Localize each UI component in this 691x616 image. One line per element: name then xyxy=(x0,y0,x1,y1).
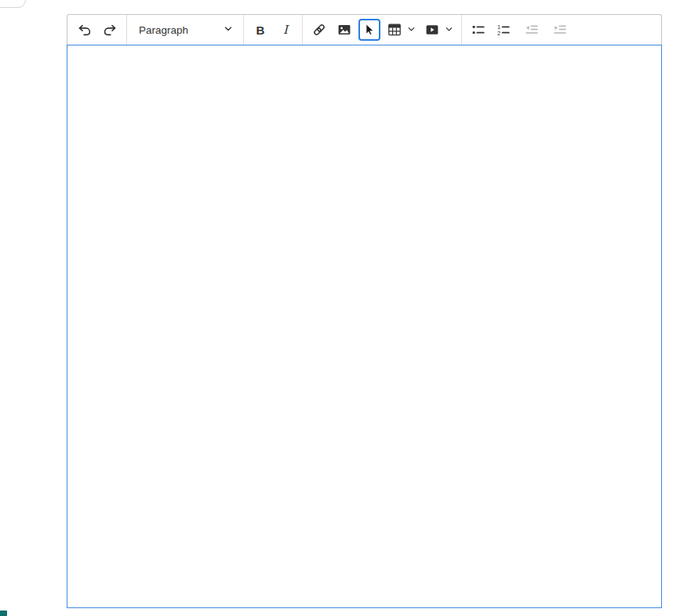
undo-button[interactable] xyxy=(74,19,96,41)
corner-accent xyxy=(0,611,7,616)
toolbar-separator xyxy=(302,15,303,45)
chevron-down-icon xyxy=(445,24,453,36)
table-dropdown-chevron[interactable] xyxy=(406,19,416,41)
heading-dropdown[interactable]: Paragraph xyxy=(133,19,238,41)
heading-dropdown-value: Paragraph xyxy=(139,24,188,36)
italic-label: I xyxy=(283,23,288,37)
undo-arrow-icon xyxy=(77,22,93,38)
insert-table-button[interactable] xyxy=(384,19,406,41)
selected-toolbar-button[interactable] xyxy=(358,19,380,41)
bold-button[interactable]: B xyxy=(249,19,271,41)
numbered-list-icon: 1 2 xyxy=(496,22,511,38)
chevron-down-icon xyxy=(224,24,233,36)
italic-button[interactable]: I xyxy=(275,19,296,41)
outdent-button[interactable] xyxy=(521,19,543,41)
media-play-icon xyxy=(424,22,440,38)
editor-toolbar: Paragraph B I xyxy=(67,14,662,45)
bulleted-list-button[interactable] xyxy=(467,19,489,41)
insert-image-button[interactable] xyxy=(333,19,355,41)
table-icon xyxy=(387,22,402,38)
media-dropdown-chevron[interactable] xyxy=(443,19,454,41)
insert-media-button[interactable] xyxy=(421,19,443,41)
table-split-button xyxy=(384,19,416,41)
chevron-down-icon xyxy=(407,24,416,36)
page-corner-fragment xyxy=(0,0,26,8)
link-icon xyxy=(311,22,327,38)
toolbar-separator xyxy=(126,15,127,45)
media-split-button xyxy=(421,19,454,41)
redo-button[interactable] xyxy=(99,19,121,41)
toolbar-separator xyxy=(461,15,462,45)
rich-text-editor: Paragraph B I xyxy=(67,14,662,608)
image-icon xyxy=(336,22,352,38)
mouse-cursor-icon xyxy=(362,22,377,38)
redo-arrow-icon xyxy=(102,22,118,38)
outdent-icon xyxy=(524,22,540,38)
indent-icon xyxy=(552,22,568,38)
editor-content-area[interactable] xyxy=(67,45,662,608)
bold-label: B xyxy=(256,24,265,37)
bulleted-list-icon xyxy=(471,22,486,38)
svg-text:2: 2 xyxy=(497,30,500,37)
link-button[interactable] xyxy=(308,19,330,41)
indent-button[interactable] xyxy=(549,19,571,41)
toolbar-separator xyxy=(243,15,244,45)
numbered-list-button[interactable]: 1 2 xyxy=(493,19,515,41)
